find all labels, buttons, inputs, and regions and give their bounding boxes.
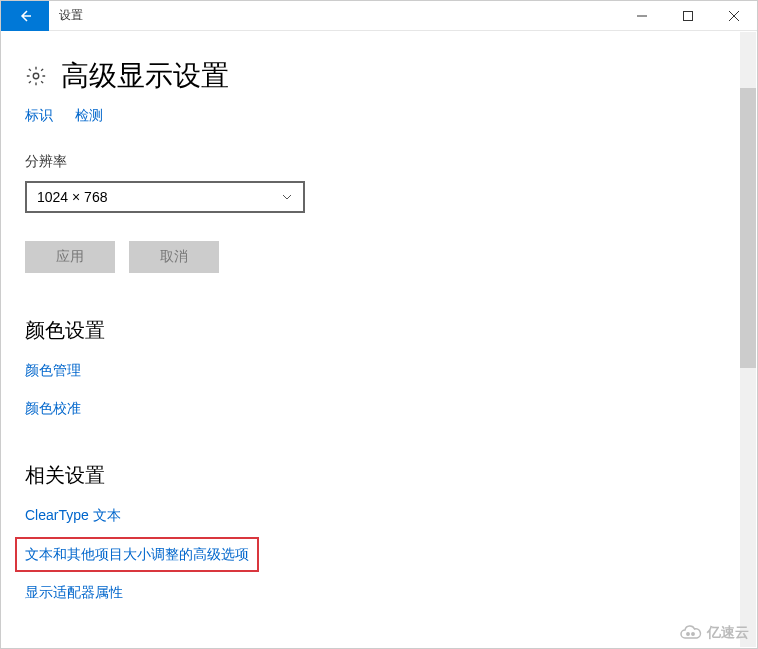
watermark: 亿速云 [679,624,749,642]
related-settings-section: 相关设置 ClearType 文本 文本和其他项目大小调整的高级选项 显示适配器… [25,462,733,602]
cloud-icon [679,625,703,641]
resolution-value: 1024 × 768 [37,189,107,205]
window-title: 设置 [59,7,619,24]
window-controls [619,1,757,31]
scrollbar-track[interactable] [740,32,756,647]
svg-rect-1 [684,11,693,20]
display-adapter-link[interactable]: 显示适配器属性 [25,584,733,602]
content-area: 高级显示设置 标识 检测 分辨率 1024 × 768 应用 取消 颜色设置 颜… [1,31,757,648]
svg-point-5 [687,633,689,635]
chevron-down-icon [281,191,293,203]
button-row: 应用 取消 [25,241,733,273]
scrollbar-thumb[interactable] [740,88,756,368]
watermark-text: 亿速云 [707,624,749,642]
svg-point-6 [692,633,694,635]
text-sizing-link[interactable]: 文本和其他项目大小调整的高级选项 [25,546,249,562]
resolution-label: 分辨率 [25,153,733,171]
color-management-link[interactable]: 颜色管理 [25,362,733,380]
gear-icon [25,65,47,87]
detect-link[interactable]: 检测 [75,107,103,125]
close-button[interactable] [711,1,757,31]
close-icon [729,11,739,21]
color-settings-heading: 颜色设置 [25,317,733,344]
color-settings-section: 颜色设置 颜色管理 颜色校准 [25,317,733,418]
apply-button[interactable]: 应用 [25,241,115,273]
back-button[interactable] [1,1,49,31]
highlighted-link-box: 文本和其他项目大小调整的高级选项 [15,537,259,572]
arrow-left-icon [17,8,33,24]
page-title: 高级显示设置 [61,57,229,95]
titlebar: 设置 [1,1,757,31]
svg-point-4 [33,73,39,79]
page-heading-row: 高级显示设置 [25,57,733,95]
cleartype-link[interactable]: ClearType 文本 [25,507,733,525]
related-settings-heading: 相关设置 [25,462,733,489]
color-calibration-link[interactable]: 颜色校准 [25,400,733,418]
minimize-icon [637,11,647,21]
cancel-button[interactable]: 取消 [129,241,219,273]
identify-link[interactable]: 标识 [25,107,53,125]
maximize-button[interactable] [665,1,711,31]
maximize-icon [683,11,693,21]
resolution-dropdown[interactable]: 1024 × 768 [25,181,305,213]
minimize-button[interactable] [619,1,665,31]
display-action-links: 标识 检测 [25,107,733,125]
